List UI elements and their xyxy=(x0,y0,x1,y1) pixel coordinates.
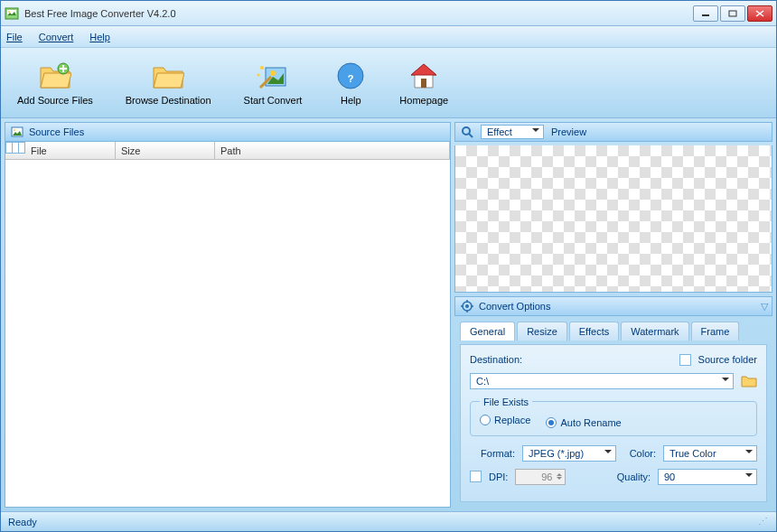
replace-radio[interactable]: Replace xyxy=(480,415,530,425)
dpi-input[interactable]: 96 xyxy=(515,469,566,485)
status-text: Ready xyxy=(8,517,37,527)
effect-dropdown[interactable]: Effect xyxy=(481,125,544,139)
folder-add-icon xyxy=(39,61,71,91)
file-exists-legend: File Exists xyxy=(480,397,532,407)
app-icon xyxy=(5,6,19,21)
tab-frame[interactable]: Frame xyxy=(691,322,740,341)
add-source-files-button[interactable]: Add Source Files xyxy=(12,57,98,109)
format-label: Format: xyxy=(470,448,515,459)
format-select[interactable]: JPEG (*.jpg) xyxy=(522,445,616,462)
tab-watermark[interactable]: Watermark xyxy=(621,322,688,341)
convert-wand-icon xyxy=(257,61,289,91)
file-list[interactable]: File Size Path xyxy=(5,142,451,508)
toolbar-label: Browse Destination xyxy=(126,95,211,106)
status-bar: Ready ⋰ xyxy=(1,511,776,531)
dpi-label: DPI: xyxy=(489,471,508,482)
help-button[interactable]: ? Help xyxy=(329,57,372,109)
svg-point-2 xyxy=(8,11,10,13)
quality-label: Quality: xyxy=(617,471,651,482)
toolbar: Add Source Files Browse Destination Star… xyxy=(1,48,776,118)
content-area: Source Files File Size Path Effect Previ… xyxy=(1,118,776,511)
tab-effects[interactable]: Effects xyxy=(569,322,619,341)
tab-resize[interactable]: Resize xyxy=(517,322,567,341)
dpi-checkbox[interactable] xyxy=(470,471,482,482)
svg-point-23 xyxy=(465,304,469,308)
svg-point-11 xyxy=(270,70,276,76)
source-files-panel: Source Files File Size Path xyxy=(5,122,451,508)
title-bar: Best Free Image Converter V4.2.0 xyxy=(1,1,776,26)
source-files-header: Source Files xyxy=(5,122,451,142)
svg-rect-4 xyxy=(729,11,736,16)
minimize-button[interactable] xyxy=(693,5,718,22)
convert-options-header[interactable]: Convert Options ▽ xyxy=(454,296,772,316)
magnifier-icon xyxy=(461,126,473,138)
right-panel: Effect Preview Convert Options ▽ General… xyxy=(454,122,772,508)
toolbar-label: Help xyxy=(341,95,361,106)
source-folder-label: Source folder xyxy=(698,354,757,365)
tab-general[interactable]: General xyxy=(460,322,515,341)
maximize-button[interactable] xyxy=(720,5,745,22)
svg-text:?: ? xyxy=(348,73,354,84)
collapse-icon[interactable]: ▽ xyxy=(761,301,766,313)
preview-label: Preview xyxy=(551,126,586,137)
gear-icon xyxy=(461,300,473,313)
svg-point-13 xyxy=(260,66,264,70)
file-exists-group: File Exists Replace Auto Rename xyxy=(470,397,757,436)
toolbar-label: Start Convert xyxy=(244,95,303,106)
column-headers: File Size Path xyxy=(5,142,450,160)
svg-point-20 xyxy=(463,127,470,135)
destination-label: Destination: xyxy=(470,354,522,365)
preview-canvas xyxy=(454,145,772,294)
app-window: Best Free Image Converter V4.2.0 File Co… xyxy=(0,0,777,532)
column-size[interactable]: Size xyxy=(116,142,215,159)
folder-icon[interactable] xyxy=(741,374,757,388)
toolbar-label: Add Source Files xyxy=(17,95,93,106)
browse-destination-button[interactable]: Browse Destination xyxy=(120,57,217,109)
auto-rename-radio[interactable]: Auto Rename xyxy=(546,417,621,428)
start-convert-button[interactable]: Start Convert xyxy=(239,57,308,109)
help-icon: ? xyxy=(334,61,367,91)
destination-path-select[interactable]: C:\ xyxy=(470,373,734,389)
title-text: Best Free Image Converter V4.2.0 xyxy=(24,8,693,19)
home-icon xyxy=(407,61,440,91)
options-title: Convert Options xyxy=(479,301,550,312)
column-file[interactable]: File xyxy=(25,142,116,159)
menu-convert[interactable]: Convert xyxy=(39,32,74,42)
svg-point-19 xyxy=(14,129,15,131)
tab-general-body: Destination: Source folder C:\ File Exis… xyxy=(460,344,767,502)
preview-header: Effect Preview xyxy=(454,122,772,142)
column-checkbox[interactable] xyxy=(5,142,25,154)
options-tabs: General Resize Effects Watermark Frame xyxy=(454,322,772,341)
toolbar-label: Homepage xyxy=(399,95,448,106)
quality-select[interactable]: 90 xyxy=(658,469,757,485)
panel-title: Source Files xyxy=(29,126,84,137)
image-icon xyxy=(11,126,23,138)
menu-bar: File Convert Help xyxy=(1,26,776,48)
color-select[interactable]: True Color xyxy=(663,445,757,462)
svg-line-21 xyxy=(469,134,473,137)
column-path[interactable]: Path xyxy=(215,142,450,159)
color-label: Color: xyxy=(623,448,656,459)
menu-help[interactable]: Help xyxy=(89,32,110,42)
source-folder-checkbox[interactable] xyxy=(679,354,691,366)
homepage-button[interactable]: Homepage xyxy=(394,57,454,109)
close-button[interactable] xyxy=(747,5,772,22)
svg-point-14 xyxy=(257,73,259,76)
folder-open-icon xyxy=(152,61,184,91)
resize-grip[interactable]: ⋰ xyxy=(758,516,769,527)
menu-file[interactable]: File xyxy=(6,32,23,42)
svg-rect-17 xyxy=(421,79,426,88)
